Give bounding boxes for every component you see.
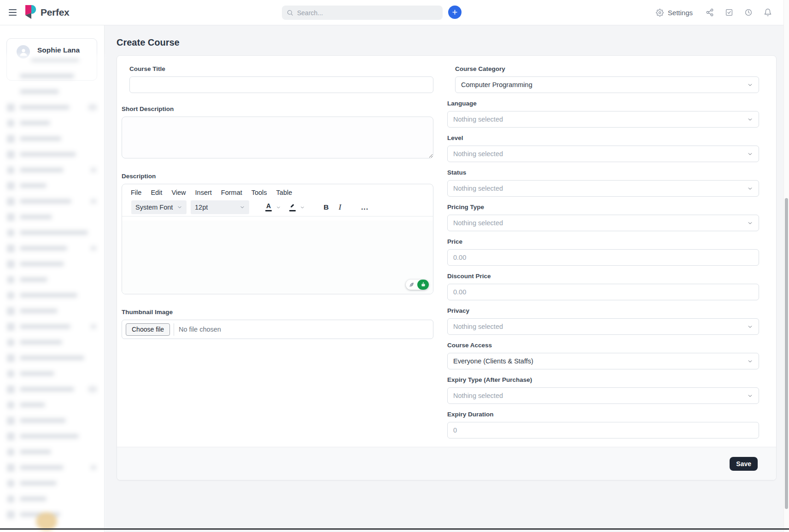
sidebar-item-placeholder xyxy=(0,115,104,131)
privacy-select[interactable]: Nothing selected xyxy=(447,318,759,335)
text-color-menu-button[interactable] xyxy=(274,200,282,214)
chevron-down-icon xyxy=(747,151,753,157)
course-access-label: Course Access xyxy=(447,341,759,350)
field-expiry-type: Expiry Type (After Purchase) Nothing sel… xyxy=(447,376,759,404)
course-category-select[interactable]: Computer Programming xyxy=(455,76,759,93)
file-status-text: No file chosen xyxy=(179,326,221,333)
course-category-label: Course Category xyxy=(455,65,759,73)
sidebar-menu-blurred xyxy=(0,54,104,532)
status-select[interactable]: Nothing selected xyxy=(447,180,759,197)
chevron-down-icon xyxy=(747,82,753,88)
tasks-icon[interactable] xyxy=(725,8,733,17)
thumbnail-label: Thumbnail Image xyxy=(122,308,433,316)
expiry-type-select[interactable]: Nothing selected xyxy=(447,387,759,404)
user-name: Sophie Lana xyxy=(37,46,80,54)
editor-toolbar: System Font 12pt A xyxy=(122,199,433,216)
pricing-type-select[interactable]: Nothing selected xyxy=(447,215,759,231)
search-input[interactable] xyxy=(297,9,438,17)
highlight-color-swatch xyxy=(289,210,296,211)
highlighter-icon xyxy=(289,203,296,209)
chevron-down-icon xyxy=(276,205,281,210)
chevron-down-icon xyxy=(747,186,753,192)
search-icon xyxy=(286,9,293,16)
sidebar-item-placeholder xyxy=(0,428,104,444)
form-left-column: Course Title Short Description Descripti… xyxy=(122,65,433,339)
thumbnail-file-input[interactable]: Choose file No file chosen xyxy=(122,320,433,339)
status-label: Status xyxy=(447,169,759,177)
italic-button[interactable]: I xyxy=(333,200,347,214)
color-tools-group: A xyxy=(263,200,306,214)
course-title-input[interactable] xyxy=(129,76,433,93)
language-select[interactable]: Nothing selected xyxy=(447,111,759,128)
highlight-color-menu-button[interactable] xyxy=(298,200,306,214)
sidebar-item-placeholder xyxy=(0,162,104,178)
editor-menu-edit[interactable]: Edit xyxy=(146,187,166,198)
settings-label: Settings xyxy=(668,9,693,17)
chevron-down-icon xyxy=(747,324,753,330)
course-access-select[interactable]: Everyone (Clients & Staffs) xyxy=(447,353,759,369)
chevron-down-icon xyxy=(747,358,753,364)
sidebar-item-placeholder xyxy=(0,240,104,256)
notification-blob xyxy=(36,512,57,531)
highlight-color-button[interactable] xyxy=(287,200,298,214)
sidebar-item-placeholder xyxy=(0,303,104,319)
timer-icon[interactable] xyxy=(744,8,753,17)
privacy-value: Nothing selected xyxy=(453,323,503,330)
field-course-category: Course Category Computer Programming xyxy=(455,65,759,93)
price-label: Price xyxy=(447,238,759,246)
level-label: Level xyxy=(447,134,759,142)
sidebar-item-placeholder xyxy=(0,84,104,99)
sidebar-item-placeholder xyxy=(0,146,104,162)
ai-assistant-pill[interactable] xyxy=(406,280,429,290)
sidebar-item-placeholder xyxy=(0,444,104,460)
level-select[interactable]: Nothing selected xyxy=(447,146,759,162)
pricing-type-value: Nothing selected xyxy=(453,219,503,227)
more-tools-button[interactable]: ... xyxy=(358,200,372,214)
discount-price-input[interactable] xyxy=(447,284,759,300)
editor-content[interactable] xyxy=(122,221,433,294)
sidebar-item-placeholder xyxy=(0,256,104,272)
editor-menu-file[interactable]: File xyxy=(127,187,146,198)
price-input[interactable] xyxy=(447,249,759,266)
editor-menu-format[interactable]: Format xyxy=(217,187,246,198)
sidebar-item-placeholder xyxy=(0,287,104,303)
editor-menu-table[interactable]: Table xyxy=(272,187,297,198)
scrollbar-thumb[interactable] xyxy=(785,198,788,509)
plus-icon xyxy=(451,9,458,16)
sidebar-item-placeholder xyxy=(0,209,104,225)
editor-menu-tools[interactable]: Tools xyxy=(247,187,271,198)
editor-menu-insert[interactable]: Insert xyxy=(191,187,216,198)
sidebar-item-placeholder xyxy=(0,68,104,84)
status-value: Nothing selected xyxy=(453,185,503,192)
sidebar-item-placeholder xyxy=(0,334,104,350)
font-size-select[interactable]: 12pt xyxy=(191,200,249,214)
settings-link[interactable]: Settings xyxy=(656,9,693,17)
editor-menu-view[interactable]: View xyxy=(167,187,190,198)
sidebar-item-placeholder xyxy=(0,413,104,428)
level-value: Nothing selected xyxy=(453,150,503,158)
menu-toggle-button[interactable] xyxy=(9,9,17,16)
share-icon[interactable] xyxy=(706,8,714,17)
brand[interactable]: Perfex xyxy=(25,5,69,19)
font-family-value: System Font xyxy=(135,204,173,211)
card-footer: Save xyxy=(117,447,776,480)
sidebar-item-placeholder xyxy=(0,131,104,146)
sidebar: Sophie Lana xyxy=(0,25,105,532)
save-button[interactable]: Save xyxy=(730,457,758,471)
short-description-textarea[interactable] xyxy=(122,117,433,158)
quick-add-button[interactable] xyxy=(448,6,462,19)
pricing-type-label: Pricing Type xyxy=(447,203,759,211)
global-search[interactable] xyxy=(282,6,443,20)
font-family-select[interactable]: System Font xyxy=(131,200,187,214)
ai-robot-icon xyxy=(417,280,429,290)
sidebar-item-placeholder xyxy=(0,350,104,366)
text-color-button[interactable]: A xyxy=(263,200,274,214)
expiry-duration-input[interactable] xyxy=(447,422,759,438)
sidebar-item-placeholder xyxy=(0,491,104,507)
page-scrollbar[interactable] xyxy=(783,0,789,532)
choose-file-button[interactable]: Choose file xyxy=(126,323,170,336)
brand-name: Perfex xyxy=(41,7,69,18)
notifications-icon[interactable] xyxy=(764,8,772,17)
course-title-label: Course Title xyxy=(129,65,433,73)
bold-button[interactable]: B xyxy=(319,200,333,214)
